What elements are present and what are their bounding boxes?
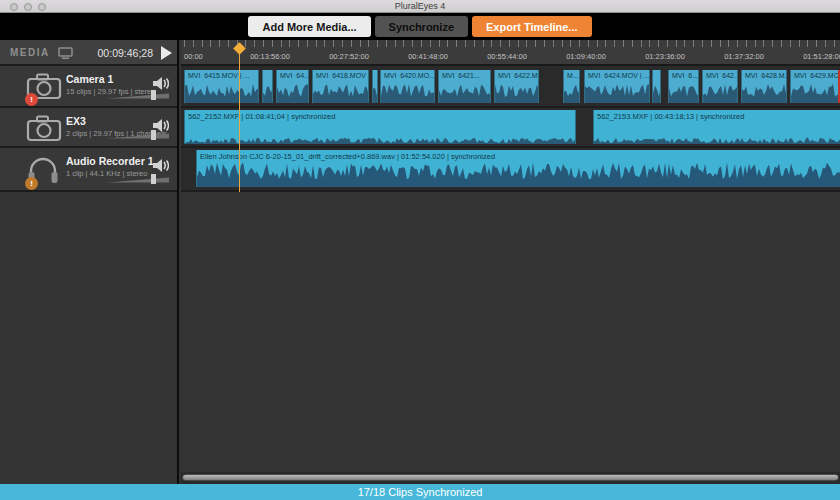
volume-slider[interactable] bbox=[107, 126, 169, 144]
clip-label: 562_2153.MXF | 00:43:18;13 | synchronize… bbox=[594, 110, 840, 121]
clip-label: MVI_6418.MOV | ... bbox=[313, 70, 368, 79]
sidebar-track-ex3[interactable]: EX3 2 clips | 29.97 fps | 1 channels bbox=[0, 108, 177, 148]
timeline-ruler[interactable]: 00:0000:13:56:0000:27:52:0000:41:48:0000… bbox=[181, 40, 840, 66]
track-lane-ex3: 562_2152.MXF | 01:08:41;04 | synchronize… bbox=[181, 108, 840, 148]
timeline-tracks: MVI_6415.MOV | ...MVI_64...MVI_6418.MOV … bbox=[181, 66, 840, 472]
media-sidebar: MEDIA 00:09:46;28 ! Camera 1 15 clips | … bbox=[0, 40, 179, 484]
add-more-media-button[interactable]: Add More Media... bbox=[248, 16, 370, 37]
timeline-clip[interactable]: MVI_64... bbox=[276, 70, 309, 103]
ruler-tick-label: 01:09:40:00 bbox=[566, 52, 606, 61]
pluraleyes-window: PluralEyes 4 Add More Media... Synchroni… bbox=[0, 0, 840, 500]
clip-label: Ellen Johnson CJC 6-20-15_01_drift_corre… bbox=[197, 150, 840, 161]
ruler-tick-label: 00:00 bbox=[184, 52, 203, 61]
timeline-clip[interactable]: M... bbox=[563, 70, 580, 103]
clip-label: MVI_6429.MO... bbox=[791, 70, 838, 79]
track-name: Camera 1 bbox=[66, 73, 113, 85]
synchronize-button[interactable]: Synchronize bbox=[375, 16, 468, 37]
clip-label: MVI_6422.MOV bbox=[495, 70, 538, 79]
track-name: EX3 bbox=[66, 115, 86, 127]
export-timeline-button[interactable]: Export Timeline... bbox=[472, 16, 592, 37]
timeline-clip[interactable]: MVI_6421... bbox=[438, 70, 491, 103]
clip-label: M... bbox=[564, 70, 579, 79]
timeline-clip[interactable]: MVI_6420.MO... bbox=[380, 70, 435, 103]
timeline-clip[interactable]: MVI_6424.MOV | ... bbox=[584, 70, 650, 103]
timeline-clip[interactable]: MVI_6418.MOV | ... bbox=[312, 70, 369, 103]
ruler-tick-label: 00:55:44:00 bbox=[487, 52, 527, 61]
timeline-clip[interactable]: MVI_6429.MO... bbox=[790, 70, 840, 103]
ruler-tick-label: 00:27:52:00 bbox=[329, 52, 369, 61]
clip-label: MVI_6428.M... bbox=[742, 70, 786, 79]
timeline-clip[interactable]: MVI_642... bbox=[702, 70, 738, 103]
timeline-clip[interactable] bbox=[652, 70, 661, 103]
timeline-clip[interactable]: Ellen Johnson CJC 6-20-15_01_drift_corre… bbox=[196, 150, 840, 187]
timeline-clip[interactable]: MVI_6428.M... bbox=[741, 70, 787, 103]
timeline-clip[interactable]: 562_2152.MXF | 01:08:41;04 | synchronize… bbox=[184, 110, 576, 144]
ruler-tick-label: 00:41:48:00 bbox=[408, 52, 448, 61]
toolbar: Add More Media... Synchronize Export Tim… bbox=[0, 13, 840, 40]
timeline-clip[interactable] bbox=[262, 70, 273, 103]
media-header: MEDIA 00:09:46;28 bbox=[0, 40, 177, 66]
timeline-clip[interactable] bbox=[372, 70, 378, 103]
clip-label: 562_2152.MXF | 01:08:41;04 | synchronize… bbox=[185, 110, 575, 121]
ruler-tick-label: 01:37:32:00 bbox=[724, 52, 764, 61]
ruler-tick-label: 01:51:28:00 bbox=[803, 52, 840, 61]
track-lane-audio: Ellen Johnson CJC 6-20-15_01_drift_corre… bbox=[181, 148, 840, 192]
status-bar: 17/18 Clips Synchronized bbox=[0, 484, 840, 500]
volume-slider[interactable] bbox=[107, 170, 169, 188]
clip-label bbox=[373, 70, 378, 72]
sidebar-track-audio-recorder[interactable]: ! Audio Recorder 1 1 clip | 44.1 KHz | s… bbox=[0, 148, 177, 192]
main-area: MEDIA 00:09:46;28 ! Camera 1 15 clips | … bbox=[0, 40, 840, 484]
clip-label: MVI_642... bbox=[703, 70, 737, 79]
clip-label: MVI_64... bbox=[277, 70, 308, 79]
track-name: Audio Recorder 1 bbox=[66, 155, 154, 167]
titlebar: PluralEyes 4 bbox=[0, 0, 840, 13]
ruler-tick-label: 01:23:36:00 bbox=[645, 52, 685, 61]
clip-label: MVI_6... bbox=[669, 70, 698, 79]
scrollbar-thumb[interactable] bbox=[182, 474, 839, 481]
play-button[interactable] bbox=[159, 45, 173, 65]
clip-label: MVI_6421... bbox=[439, 70, 490, 79]
clip-label: MVI_6424.MOV | ... bbox=[585, 70, 649, 79]
warning-badge: ! bbox=[25, 93, 38, 106]
media-label: MEDIA bbox=[10, 47, 50, 58]
playhead-handle[interactable] bbox=[233, 42, 246, 55]
timeline-clip[interactable]: MVI_6422.MOV bbox=[494, 70, 539, 103]
track-lane-camera1: MVI_6415.MOV | ...MVI_64...MVI_6418.MOV … bbox=[181, 66, 840, 108]
timeline-clip[interactable]: 562_2153.MXF | 00:43:18;13 | synchronize… bbox=[593, 110, 840, 144]
ruler-tick-label: 00:13:56:00 bbox=[250, 52, 290, 61]
horizontal-scrollbar[interactable] bbox=[181, 472, 840, 484]
current-timecode: 00:09:46;28 bbox=[98, 47, 153, 59]
timeline-clip[interactable]: MVI_6... bbox=[668, 70, 699, 103]
clip-label bbox=[653, 70, 660, 72]
clip-label bbox=[263, 70, 272, 72]
monitor-icon[interactable] bbox=[58, 46, 73, 64]
timeline-area: 00:0000:13:56:0000:27:52:0000:41:48:0000… bbox=[181, 40, 840, 484]
timeline-clip[interactable]: MVI_6415.MOV | ... bbox=[184, 70, 259, 103]
sidebar-empty-area bbox=[0, 192, 177, 484]
volume-slider[interactable] bbox=[107, 86, 169, 104]
warning-badge: ! bbox=[25, 177, 38, 190]
playhead-line[interactable] bbox=[239, 53, 240, 192]
window-title: PluralEyes 4 bbox=[0, 1, 840, 11]
clip-label: MVI_6415.MOV | ... bbox=[185, 70, 258, 79]
camera-icon bbox=[26, 115, 62, 146]
clip-label: MVI_6420.MO... bbox=[381, 70, 434, 79]
sidebar-track-camera1[interactable]: ! Camera 1 15 clips | 29.97 fps | stereo bbox=[0, 66, 177, 108]
